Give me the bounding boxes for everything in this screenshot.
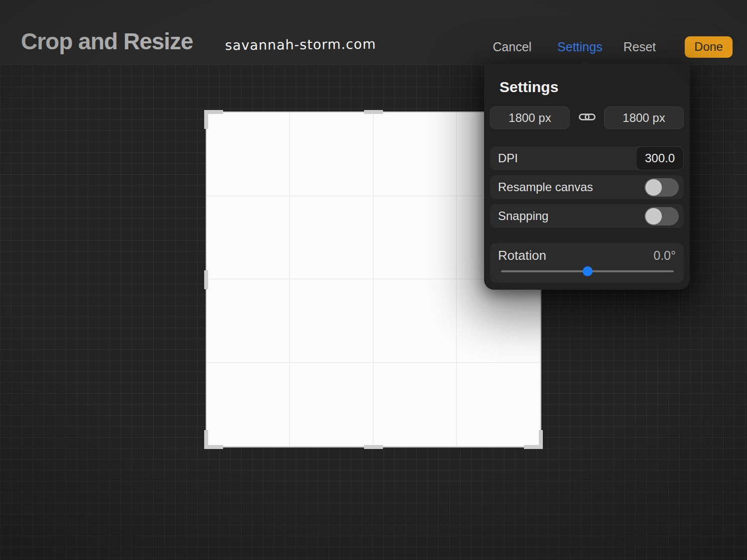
crop-handle-bottom-left[interactable] [204,430,223,449]
settings-panel: Settings 1800 px 1800 px DPI 300.0 Resam… [484,64,690,290]
resample-canvas-label: Resample canvas [498,180,593,194]
link-dimensions-button[interactable] [570,111,604,125]
toggle-knob [645,208,662,224]
crop-and-resize-screen: Crop and Resize savannah-storm.com Cance… [0,0,747,560]
snapping-row: Snapping [490,204,684,228]
snapping-label: Snapping [498,209,548,223]
cancel-button[interactable]: Cancel [493,40,532,54]
settings-panel-title: Settings [499,79,684,96]
top-bar: Crop and Resize savannah-storm.com Cance… [0,0,747,65]
settings-button[interactable]: Settings [557,40,602,54]
crop-handle-top[interactable] [364,110,383,114]
page-title: Crop and Resize [21,28,193,55]
rotation-value: 0.0° [653,248,676,263]
rotation-slider-thumb[interactable] [583,266,593,276]
crop-handle-top-left[interactable] [204,110,223,129]
reset-button[interactable]: Reset [623,40,656,54]
toggle-knob [645,179,662,196]
rotation-section: Rotation 0.0° [490,243,684,283]
crop-handle-left[interactable] [204,270,208,289]
dimensions-row: 1800 px 1800 px [490,107,684,129]
dpi-value-field[interactable]: 300.0 [636,146,684,170]
dpi-label: DPI [498,151,518,165]
width-field[interactable]: 1800 px [490,107,570,129]
top-bar-actions: Cancel Settings Reset Done [493,36,733,58]
link-icon [578,111,596,125]
watermark-text: savannah-storm.com [225,36,376,53]
resample-canvas-toggle[interactable] [644,178,679,197]
done-button[interactable]: Done [685,36,733,58]
dpi-row: DPI 300.0 [490,146,684,170]
crop-handle-bottom[interactable] [364,445,383,449]
snapping-toggle[interactable] [644,207,679,225]
rotation-slider[interactable] [501,270,674,272]
rotation-label: Rotation [498,248,546,263]
height-field[interactable]: 1800 px [604,107,684,129]
resample-canvas-row: Resample canvas [490,175,684,199]
crop-handle-bottom-right[interactable] [524,430,543,449]
